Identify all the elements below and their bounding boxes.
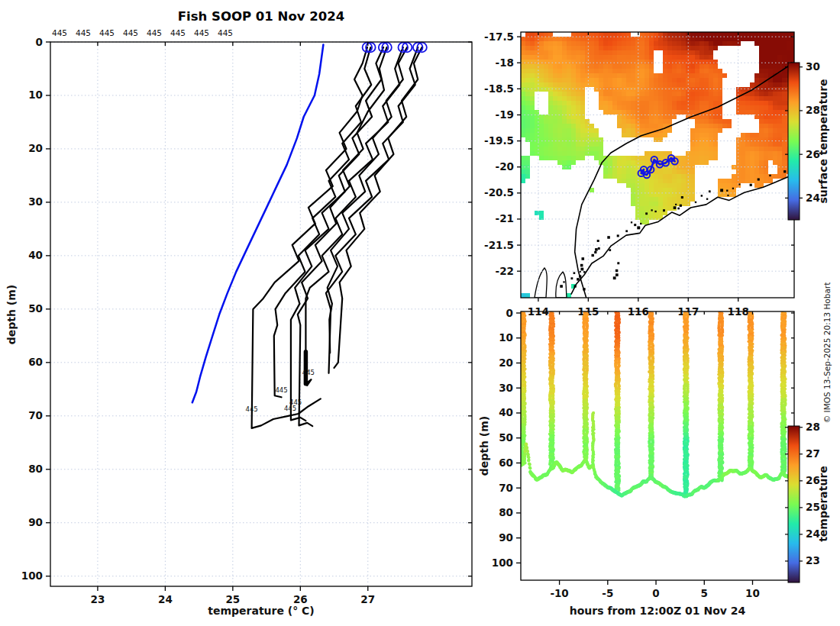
sst-cell [645,124,649,128]
sst-cell [608,174,612,179]
sst-cell [530,142,535,147]
sst-cell [709,55,713,60]
sst-cell [603,55,608,60]
sst-cell [704,142,709,147]
sst-cell [791,41,796,46]
sst-cell [654,73,658,78]
sst-cell [663,55,667,60]
sst-cell [750,174,754,179]
sst-cell [612,169,617,174]
sst-cell [603,32,608,37]
sst-cell [626,183,631,188]
sst-cell [567,37,571,41]
obs-dot [709,190,711,192]
sst-cell [553,37,557,41]
sst-cell [635,96,640,101]
sst-cell [557,160,562,165]
profile-count-label: 445 [147,28,162,37]
sst-cell [649,119,654,124]
sst-cell [640,110,645,115]
figure-canvas: 2324252627010203040506070809010044544544… [0,0,840,626]
sst-cell [754,156,759,160]
sst-cell [622,82,626,87]
sst-cell [741,87,745,92]
sst-cell [741,110,745,115]
sst-cell [690,87,695,92]
sst-cell [544,60,548,64]
sst-cell [677,188,681,192]
sst-cell [590,73,594,78]
sst-cell [631,87,635,92]
sst-cell [773,46,777,50]
sst-cell [585,41,590,46]
x-tick-label: 23 [91,593,105,605]
sst-cell [599,55,603,60]
sst-cell [562,147,567,151]
sst-cell [640,211,645,215]
sst-cell [667,206,672,211]
sst-cell [590,151,594,156]
obs-dot [769,175,771,176]
sst-cell [585,55,590,60]
sst-cell [782,92,787,96]
sst-cell [622,96,626,101]
sst-cell [617,105,622,110]
sst-cell [622,60,626,64]
sst-cell [521,101,525,105]
sst-cell [695,128,699,133]
sst-cell [525,160,530,165]
sst-cell [580,124,585,128]
obs-dot [750,184,752,186]
sst-cell [622,110,626,115]
sst-cell [571,50,576,55]
sst-cell [544,32,548,37]
sst-cell [677,37,681,41]
sst-cell [553,128,557,133]
sst-cell [585,46,590,50]
sst-cell [773,133,777,137]
sst-cell [548,96,553,101]
obs-dot [607,236,610,239]
sst-cell [690,128,695,133]
sst-cell [754,78,759,82]
sst-cell [525,82,530,87]
sst-cell [580,92,585,96]
sst-cell [718,69,722,73]
sst-cell [617,101,622,105]
sst-cell [617,82,622,87]
sst-cell [557,60,562,64]
sst-cell [713,78,718,82]
sst-cell [580,156,585,160]
sst-cell [525,92,530,96]
sst-cell [548,60,553,64]
sst-cell [599,41,603,46]
sst-cell [649,101,654,105]
sst-cell [631,110,635,115]
sst-cell [631,174,635,179]
sst-cell [599,156,603,160]
sst-cell [759,69,764,73]
sst-cell [576,142,580,147]
sst-cell [754,147,759,151]
temp-colorbar-label: temperature [817,466,829,542]
sst-cell [567,151,571,156]
sst-cell [709,96,713,101]
sst-cell [626,174,631,179]
sst-cell [750,101,754,105]
sst-cell [759,110,764,115]
sst-cell [754,92,759,96]
sst-cell [649,197,654,202]
sst-cell [764,179,768,183]
sst-cell [599,101,603,105]
sst-cell [571,32,576,37]
sst-cell [713,92,718,96]
sst-cell [699,119,704,124]
sst-cell [576,101,580,105]
sst-cell [727,124,732,128]
obs-dot [701,195,703,196]
sst-cell [525,156,530,160]
sst-cell [571,147,576,151]
sst-cell [548,41,553,46]
sst-cell [603,169,608,174]
sst-cell [681,202,686,206]
